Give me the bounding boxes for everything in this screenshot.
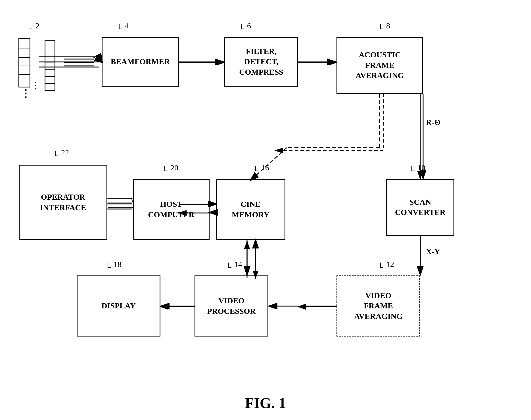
svg-line-7 — [93, 57, 102, 62]
video-processor-label: VIDEOPROCESSOR — [207, 296, 256, 316]
transducer-dots: ⋮ — [20, 90, 31, 97]
ref-4-bracket: └ — [116, 24, 122, 33]
ref-6-bracket: └ — [239, 24, 244, 33]
filter-detect-box: FILTER,DETECT,COMPRESS — [224, 37, 298, 87]
ref-12-bracket: └ — [378, 263, 383, 272]
video-frame-box: VIDEOFRAMEAVERAGING — [336, 275, 420, 337]
beamformer-box: BEAMFORMER — [102, 37, 179, 87]
display-label: DISPLAY — [101, 301, 135, 311]
ref-8: 8 — [386, 21, 390, 30]
acoustic-frame-label: ACOUSTICFRAMEAVERAGING — [356, 50, 404, 81]
ref-16: 16 — [261, 163, 269, 172]
diagram: ⋮ BEAMFORMER FILTER,DETECT,COMPRESS ACOU… — [0, 0, 531, 403]
ref-22-bracket: └ — [53, 151, 58, 160]
ref-20-bracket: └ — [162, 166, 168, 175]
ref-12: 12 — [386, 260, 394, 269]
display-box: DISPLAY — [77, 275, 160, 337]
ref-10: 10 — [417, 163, 425, 172]
operator-interface-box: OPERATORINTERFACE — [19, 165, 107, 240]
video-frame-label: VIDEOFRAMEAVERAGING — [354, 291, 403, 321]
scan-converter-box: SCANCONVERTER — [386, 179, 454, 236]
ref-2-bracket: └ — [26, 24, 32, 33]
scan-converter-label: SCANCONVERTER — [395, 197, 446, 218]
x-y-label: X-Y — [426, 247, 440, 256]
ref-4: 4 — [125, 21, 129, 30]
ref-8-bracket: └ — [378, 24, 383, 33]
filter-detect-label: FILTER,DETECT,COMPRESS — [239, 46, 283, 77]
figure-caption: FIG. 1 — [245, 395, 286, 411]
operator-interface-label: OPERATORINTERFACE — [40, 192, 86, 213]
ref-2: 2 — [35, 21, 39, 30]
host-computer-box: HOSTCOMPUTER — [133, 179, 210, 240]
transducer-body — [18, 38, 30, 87]
ref-14: 14 — [234, 260, 242, 269]
r-theta-label: R-Θ — [426, 118, 440, 127]
ref-20: 20 — [170, 163, 178, 172]
ref-18: 18 — [114, 260, 122, 269]
cine-memory-box: CINEMEMORY — [216, 179, 285, 240]
ref-22: 22 — [61, 148, 69, 157]
ref-14-bracket: └ — [226, 263, 231, 272]
ref-16-bracket: └ — [253, 166, 258, 175]
acoustic-frame-box: ACOUSTICFRAMEAVERAGING — [336, 37, 423, 94]
video-processor-box: VIDEOPROCESSOR — [195, 275, 268, 337]
ref-6: 6 — [247, 21, 251, 30]
host-computer-label: HOSTCOMPUTER — [148, 199, 194, 220]
beamformer-label: BEAMFORMER — [111, 57, 170, 67]
ref-18-bracket: └ — [105, 263, 111, 272]
ref-10-bracket: └ — [409, 166, 415, 175]
cine-memory-label: CINEMEMORY — [232, 199, 269, 220]
